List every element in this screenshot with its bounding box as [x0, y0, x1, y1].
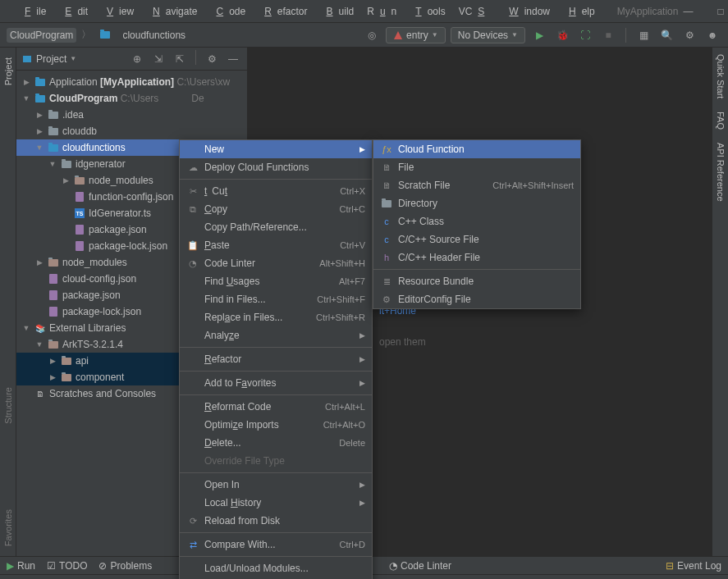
tree-node-cloudprogram[interactable]: ▼CloudProgram C:\UsersDe: [16, 90, 247, 107]
menu-item-find-usages[interactable]: Find UsagesAlt+F7: [180, 272, 372, 290]
tool-todo[interactable]: ☑TODO: [47, 560, 87, 572]
device-dropdown[interactable]: No Devices ▼: [451, 27, 525, 43]
menu-item-deploy[interactable]: ☁Deploy Cloud Functions: [180, 158, 372, 176]
maximize-icon[interactable]: □: [712, 4, 728, 19]
submenu-item-file[interactable]: 🗎File: [373, 158, 580, 176]
tab-favorites-gutter[interactable]: Favorites: [3, 506, 13, 549]
layout-icon[interactable]: ▦: [634, 26, 652, 44]
tab-project-gutter[interactable]: Project: [3, 54, 13, 89]
submenu-item-c-source[interactable]: cC/C++ Source File: [373, 230, 580, 248]
menu-item-open-in[interactable]: Open In▶: [180, 476, 372, 494]
tool-event-log[interactable]: ⊟Event Log: [666, 560, 721, 572]
tree-node-clouddb[interactable]: ▶clouddb: [16, 123, 247, 139]
menu-item-code-linter[interactable]: ◔Code LinterAlt+Shift+H: [180, 254, 372, 272]
gear-icon[interactable]: ⚙: [680, 26, 698, 44]
chevron-right-icon: ▶: [359, 481, 365, 489]
right-tool-gutter: Quick Start FAQ API Reference: [712, 48, 728, 556]
expand-all-icon[interactable]: ⇲: [149, 50, 167, 68]
collapse-all-icon[interactable]: ⇱: [171, 50, 189, 68]
menu-item-find-in-files[interactable]: Find in Files...Ctrl+Shift+F: [180, 290, 372, 308]
menu-vcs[interactable]: VCS: [453, 3, 497, 20]
menu-item-replace-in-files[interactable]: Replace in Files...Ctrl+Shift+R: [180, 308, 372, 326]
submenu-item-resource-bundle[interactable]: ≣Resource Bundle: [373, 272, 580, 290]
submenu-item-cpp-class[interactable]: cC++ Class: [373, 212, 580, 230]
run-icon[interactable]: ▶: [530, 26, 548, 44]
menu-item-add-favorites[interactable]: Add to Favorites▶: [180, 374, 372, 392]
breadcrumb: CloudProgram 〉 cloudfunctions: [7, 28, 189, 43]
submenu-item-cloud-function[interactable]: ƒxCloud Function: [373, 140, 580, 158]
main-menu: File Edit View Navigate Code Refactor Bu…: [13, 3, 601, 20]
menu-item-analyze[interactable]: Analyze▶: [180, 326, 372, 344]
clipboard-icon: 📋: [186, 239, 199, 252]
search-icon[interactable]: 🔍: [657, 26, 675, 44]
account-icon[interactable]: ☻: [703, 26, 721, 44]
menu-code[interactable]: Code: [204, 3, 251, 20]
menu-view[interactable]: View: [95, 3, 140, 20]
tool-run[interactable]: ▶Run: [7, 560, 35, 572]
menu-refactor[interactable]: Refactor: [253, 3, 313, 20]
menu-item-copy[interactable]: ⧉CopyCtrl+C: [180, 200, 372, 218]
menu-item-compare[interactable]: ⇄Compare With...Ctrl+D: [180, 536, 372, 554]
tree-node-idea[interactable]: ▶.idea: [16, 107, 247, 123]
menu-build[interactable]: Build: [315, 3, 360, 20]
tab-structure-gutter[interactable]: Structure: [3, 384, 13, 427]
todo-icon: ☑: [47, 560, 56, 572]
file-icon: 🗎: [380, 161, 393, 174]
tool-problems[interactable]: ⊘Problems: [98, 560, 152, 572]
submenu-item-editorconfig[interactable]: ⚙EditorConfig File: [373, 290, 580, 308]
select-opened-file-icon[interactable]: ⊕: [128, 50, 146, 68]
tool-code-linter[interactable]: ◔Code Linter: [389, 560, 451, 572]
menu-item-optimize[interactable]: Optimize ImportsCtrl+Alt+O: [180, 416, 372, 434]
menu-item-local-history[interactable]: Local History▶: [180, 494, 372, 512]
menu-file[interactable]: File: [13, 3, 52, 20]
folder-icon: [380, 197, 393, 210]
menu-help[interactable]: Help: [557, 3, 601, 20]
tab-api-ref[interactable]: API Reference: [716, 143, 726, 202]
menu-item-cut[interactable]: ✂tCutCutCtrl+X: [180, 182, 372, 200]
config-icon: [393, 30, 403, 40]
cpp-icon: c: [380, 215, 393, 228]
coverage-icon[interactable]: ⛶: [576, 26, 594, 44]
menu-run[interactable]: Run: [361, 3, 402, 20]
breadcrumb-root[interactable]: CloudProgram: [7, 28, 76, 43]
diff-icon: ⇄: [186, 538, 199, 551]
chevron-down-icon: ▼: [432, 31, 438, 39]
menu-item-reload[interactable]: ⟳Reload from Disk: [180, 512, 372, 530]
menu-item-reformat[interactable]: Reformat CodeCtrl+Alt+L: [180, 398, 372, 416]
menu-item-new[interactable]: New▶: [180, 140, 372, 158]
breadcrumb-leaf[interactable]: cloudfunctions: [119, 28, 189, 43]
submenu-item-directory[interactable]: Directory: [373, 194, 580, 212]
titlebar: File Edit View Navigate Code Refactor Bu…: [0, 0, 728, 23]
reload-icon: ⟳: [186, 514, 199, 527]
chevron-down-icon: ▼: [511, 31, 518, 39]
menu-window[interactable]: Window: [497, 3, 556, 20]
left-tool-gutter: Project Structure Favorites: [0, 48, 16, 556]
tab-quickstart[interactable]: Quick Start: [716, 54, 726, 98]
stop-icon[interactable]: ■: [599, 26, 617, 44]
menu-item-refactor[interactable]: Refactor▶: [180, 350, 372, 368]
debug-icon[interactable]: 🐞: [553, 26, 571, 44]
menu-navigate[interactable]: Navigate: [141, 3, 203, 20]
run-config-dropdown[interactable]: entry ▼: [386, 27, 446, 43]
submenu-item-scratch[interactable]: 🗎Scratch FileCtrl+Alt+Shift+Insert: [373, 176, 580, 194]
project-panel-header: Project ▼ ⊕ ⇲ ⇱ ⚙ —: [16, 48, 247, 71]
menu-edit[interactable]: Edit: [53, 3, 94, 20]
tree-node-application[interactable]: ▶Application [MyApplication] C:\Users\xw: [16, 74, 247, 90]
submenu-item-c-header[interactable]: hC/C++ Header File: [373, 248, 580, 267]
menu-item-delete[interactable]: Delete...Delete: [180, 434, 372, 452]
function-icon: ƒx: [380, 143, 393, 156]
minimize-icon[interactable]: —: [678, 4, 698, 19]
project-view-selector[interactable]: Project ▼: [21, 53, 76, 65]
scissors-icon: ✂: [186, 185, 199, 198]
menu-item-paste[interactable]: 📋PasteCtrl+V: [180, 236, 372, 254]
menu-item-copy-path[interactable]: Copy Path/Reference...: [180, 218, 372, 236]
app-name: MyApplication: [617, 6, 679, 17]
gear-icon: ⚙: [380, 293, 393, 306]
target-icon[interactable]: ◎: [363, 26, 381, 44]
hide-icon[interactable]: —: [224, 50, 242, 68]
menu-item-load-modules[interactable]: Load/Unload Modules...: [180, 559, 372, 577]
menu-tools[interactable]: Tools: [404, 3, 451, 20]
gear-icon[interactable]: ⚙: [203, 50, 221, 68]
chevron-right-icon: ▶: [359, 379, 365, 387]
tab-faq[interactable]: FAQ: [716, 112, 726, 130]
